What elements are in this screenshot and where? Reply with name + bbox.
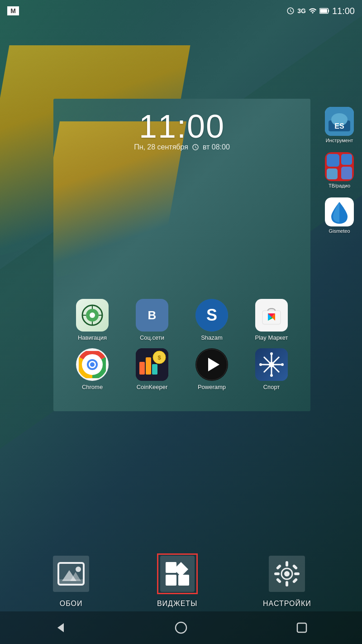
app-navigation[interactable]: Навигация [67, 299, 117, 341]
svg-point-40 [259, 363, 262, 366]
svg-point-61 [284, 571, 290, 577]
recent-icon [295, 621, 308, 634]
vk-icon: В [136, 299, 168, 332]
menu-widgets[interactable]: ВИДЖЕТЫ [157, 553, 198, 608]
app-row-1: Навигация В Соц.сети [62, 299, 301, 341]
back-button[interactable] [47, 614, 74, 641]
shazam-icon: S [195, 299, 228, 332]
app-chrome[interactable]: Chrome [67, 348, 117, 390]
signal-icon [309, 7, 317, 15]
sport-label: Спорт [263, 384, 280, 390]
svg-rect-48 [341, 154, 352, 165]
settings-label: НАСТРОЙКИ [263, 600, 311, 608]
social-label: Соц.сети [140, 334, 164, 341]
app-sport[interactable]: Спорт [247, 348, 296, 390]
svg-point-5 [90, 312, 95, 318]
recent-button[interactable] [288, 614, 315, 641]
app-grid: Навигация В Соц.сети [53, 290, 310, 411]
settings-svg-icon [272, 559, 301, 588]
nav-bar [0, 611, 362, 644]
menu-wallpaper[interactable]: ОБОИ [51, 553, 91, 608]
svg-rect-56 [58, 579, 84, 585]
app-poweramp[interactable]: Poweramp [187, 348, 237, 390]
svg-rect-1 [328, 10, 329, 12]
playmarket-label: Play Маркет [255, 334, 288, 341]
status-right: 3G 11:00 [286, 6, 355, 16]
wallpaper-label: ОБОИ [60, 600, 83, 608]
clock-date-text: Пн, 28 сентября [134, 143, 188, 151]
clock-widget: 11:00 Пн, 28 сентября вт 08:00 [53, 108, 310, 151]
app-social[interactable]: В Соц.сети [127, 299, 177, 341]
chrome-icon [76, 348, 109, 381]
home-icon [175, 621, 187, 634]
svg-rect-64 [274, 572, 280, 575]
svg-rect-50 [341, 167, 352, 179]
home-button[interactable] [167, 614, 195, 641]
widgets-svg-icon [164, 560, 191, 587]
alarm-small-icon [192, 144, 199, 151]
sport-icon [255, 348, 288, 381]
svg-marker-70 [57, 623, 64, 632]
alarm-icon [286, 7, 295, 15]
email-icon: M [7, 6, 19, 15]
coinkeeper-icon: $ [136, 348, 168, 381]
app-row-2: Chrome $ [62, 348, 301, 390]
status-time: 11:00 [332, 6, 355, 16]
svg-point-38 [270, 352, 273, 355]
home-card: 11:00 Пн, 28 сентября вт 08:00 [53, 99, 310, 411]
svg-rect-67 [292, 564, 298, 570]
back-icon [54, 621, 67, 634]
svg-text:В: В [148, 308, 157, 322]
svg-rect-65 [294, 572, 300, 575]
status-left: M [7, 6, 19, 15]
settings-icon-bg [269, 556, 305, 592]
svg-rect-59 [166, 575, 176, 586]
svg-point-55 [76, 567, 81, 572]
tvradio-label: ТВ/радио [329, 183, 350, 188]
app-shazam[interactable]: S Shazam [187, 299, 237, 341]
status-bar: M 3G 11:00 [0, 0, 362, 22]
app-playmarket[interactable]: Play Маркет [247, 299, 296, 341]
estools-icon: ES [325, 107, 354, 136]
shazam-label: Shazam [201, 334, 223, 341]
svg-rect-24 [139, 362, 145, 375]
network-3g-icon: 3G [297, 8, 306, 14]
clock-time: 11:00 [53, 108, 310, 145]
widgets-icon-bg [160, 556, 195, 592]
alarm-time-text: вт 08:00 [203, 143, 230, 151]
settings-icon-wrap [267, 553, 307, 594]
sidebar-app-tvradio[interactable]: ТВ/радио [319, 149, 360, 192]
playmarket-icon [255, 299, 288, 332]
wallpaper-icon-bg [53, 556, 89, 592]
svg-rect-69 [292, 578, 298, 584]
app-coinkeeper[interactable]: $ CoinKeeper [127, 348, 177, 390]
svg-point-37 [269, 362, 274, 367]
sidebar-app-estools[interactable]: ES Инструмент [319, 103, 360, 147]
svg-rect-68 [276, 578, 282, 584]
svg-point-71 [176, 622, 186, 633]
svg-rect-63 [286, 581, 288, 586]
clock-date: Пн, 28 сентября вт 08:00 [53, 143, 310, 151]
svg-text:ES: ES [334, 122, 344, 130]
sidebar-app-gismeteo[interactable]: Gismeteo [319, 194, 360, 237]
svg-text:$: $ [157, 354, 161, 361]
svg-rect-66 [276, 564, 282, 570]
navigation-icon [76, 299, 109, 332]
wallpaper-icon-wrap [51, 553, 91, 594]
svg-point-41 [281, 363, 284, 366]
svg-rect-26 [152, 364, 157, 375]
svg-rect-57 [166, 562, 176, 573]
wallpaper-svg-icon [57, 562, 85, 586]
navigation-label: Навигация [78, 334, 107, 341]
svg-rect-60 [178, 575, 189, 586]
svg-rect-72 [297, 623, 306, 632]
svg-point-39 [270, 374, 273, 377]
bottom-menu: ОБОИ ВИДЖЕТЫ [0, 553, 362, 608]
menu-settings[interactable]: НАСТРОЙКИ [263, 553, 311, 608]
widgets-label: ВИДЖЕТЫ [157, 600, 197, 608]
chrome-label: Chrome [82, 384, 103, 390]
svg-rect-49 [327, 168, 338, 179]
svg-rect-25 [146, 357, 151, 375]
poweramp-label: Poweramp [198, 384, 226, 390]
battery-icon [319, 8, 329, 14]
